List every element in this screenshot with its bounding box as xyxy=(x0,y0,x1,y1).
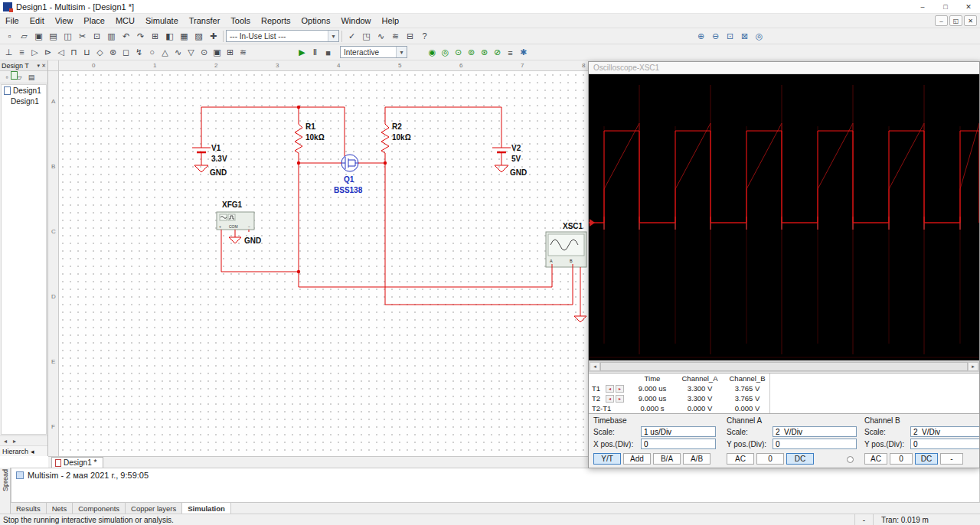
spreadsheet-side-tab[interactable]: Spread xyxy=(0,468,11,514)
hierarchy-tab[interactable]: Hierarch ◂ xyxy=(0,445,47,456)
menu-edit[interactable]: Edit xyxy=(24,16,50,25)
design-toolbox-toggle-button[interactable]: ◧ xyxy=(162,30,177,43)
scroll-left-icon[interactable]: ◂ xyxy=(590,362,600,371)
channel-b-dc-button[interactable]: DC xyxy=(915,453,938,465)
menu-place[interactable]: Place xyxy=(78,16,110,25)
mixed-components-button[interactable]: ⊛ xyxy=(106,46,119,59)
spreadsheet-toggle-button[interactable]: ▦ xyxy=(177,30,191,43)
source-components-button[interactable]: ⊥ xyxy=(2,46,15,59)
basic-components-button[interactable]: ≡ xyxy=(15,46,28,59)
radio-indicator[interactable] xyxy=(847,456,854,463)
misc-components-button[interactable]: ○ xyxy=(145,46,158,59)
redo-button[interactable]: ↷ xyxy=(133,30,148,43)
oscilloscope-scrollbar[interactable]: ◂ ▸ xyxy=(589,361,979,372)
print-button[interactable]: ▤ xyxy=(46,30,60,43)
probe-settings-button[interactable]: ⊘ xyxy=(491,46,504,59)
cursor-left-icon[interactable]: ◂ xyxy=(606,395,614,403)
timebase-a-b-button[interactable]: A/B xyxy=(683,453,710,465)
zoom-area-button[interactable]: ⊡ xyxy=(723,30,737,43)
timebase-add-button[interactable]: Add xyxy=(623,453,651,465)
open-button[interactable]: ▱ xyxy=(17,30,31,43)
menu-transfer[interactable]: Transfer xyxy=(184,16,226,25)
diode-components-button[interactable]: ▷ xyxy=(28,46,41,59)
simulation-settings-gear-button[interactable]: ✱ xyxy=(517,46,530,59)
transistor-components-button[interactable]: ⊳ xyxy=(41,46,54,59)
scrollbar-thumb[interactable] xyxy=(600,362,968,371)
toolbox-layers-icon[interactable]: ▤ xyxy=(26,72,37,82)
menu-tools[interactable]: Tools xyxy=(225,16,256,25)
oscilloscope-display[interactable] xyxy=(589,74,979,360)
mcu-components-button[interactable]: ▣ xyxy=(211,46,224,59)
tab-copper-layers[interactable]: Copper layers xyxy=(126,503,182,514)
cmos-components-button[interactable]: ⊔ xyxy=(80,46,93,59)
in-use-list-combo[interactable]: --- In-Use List --- ▾ xyxy=(226,30,339,42)
menu-file[interactable]: File xyxy=(0,16,24,25)
pause-simulation-button[interactable]: Ⅱ xyxy=(309,46,322,59)
channel-b-scale-input[interactable] xyxy=(910,426,980,437)
tree-item-design1-root[interactable]: Design1 xyxy=(2,85,46,96)
menu-help[interactable]: Help xyxy=(377,16,405,25)
channel-b---button[interactable]: - xyxy=(940,453,963,465)
measurement-probe-button[interactable]: ◉ xyxy=(426,46,439,59)
oscilloscope-title-bar[interactable]: Oscilloscope-XSC1 xyxy=(589,62,979,74)
cursor-left-icon[interactable]: ◂ xyxy=(606,385,614,393)
postprocessor-button[interactable]: ≋ xyxy=(388,30,403,43)
scroll-left-icon[interactable]: ◂ xyxy=(31,448,34,455)
hierarchical-block-button[interactable]: ⊞ xyxy=(224,46,237,59)
grapher-button[interactable]: ∿ xyxy=(374,30,388,43)
power-probe-button[interactable]: ⊚ xyxy=(465,46,478,59)
ruler-button[interactable]: ⊟ xyxy=(403,30,417,43)
channel-b-0-button[interactable]: 0 xyxy=(890,453,913,465)
cut-button[interactable]: ✂ xyxy=(75,30,90,43)
tab-simulation[interactable]: Simulation xyxy=(182,503,231,514)
menu-simulate[interactable]: Simulate xyxy=(140,16,184,25)
ttl-components-button[interactable]: ⊓ xyxy=(67,46,80,59)
database-button[interactable]: ▨ xyxy=(191,30,206,43)
cursor-right-icon[interactable]: ▸ xyxy=(616,395,624,403)
mdi-minimize-button[interactable]: – xyxy=(935,15,948,26)
bus-button[interactable]: ≋ xyxy=(237,46,250,59)
tree-item-design1-sheet[interactable]: Design1 xyxy=(2,96,46,106)
scroll-right-icon[interactable]: ▸ xyxy=(13,438,16,445)
capture-button[interactable]: ◳ xyxy=(359,30,374,43)
cursor-right-icon[interactable]: ▸ xyxy=(616,385,624,393)
channel-a-ac-button[interactable]: AC xyxy=(727,453,754,465)
erc-button[interactable]: ✓ xyxy=(345,30,359,43)
analyses-button[interactable]: ≡ xyxy=(504,46,517,59)
analog-components-button[interactable]: ◁ xyxy=(54,46,67,59)
tab-design1[interactable]: Design1 * xyxy=(51,457,103,468)
timebase-b-a-button[interactable]: B/A xyxy=(653,453,681,465)
scroll-right-icon[interactable]: ▸ xyxy=(968,362,978,371)
mdi-restore-button[interactable]: ◱ xyxy=(949,15,962,26)
channel-b-ypos-input[interactable] xyxy=(910,439,980,449)
zoom-fit-button[interactable]: ⊠ xyxy=(737,30,752,43)
channel-a-ypos-input[interactable] xyxy=(773,439,857,449)
design-toolbox-header[interactable]: Design T ▾ ✕ xyxy=(0,60,47,71)
tab-components[interactable]: Components xyxy=(73,503,126,514)
copy-button[interactable]: ⊡ xyxy=(90,30,104,43)
voltage-probe-button[interactable]: ◎ xyxy=(439,46,452,59)
pin-icon[interactable]: ▾ xyxy=(38,63,41,69)
stop-simulation-button[interactable]: ■ xyxy=(322,46,335,59)
close-icon[interactable]: ✕ xyxy=(41,63,46,69)
digital-probe-button[interactable]: ⊛ xyxy=(478,46,491,59)
timebase-scale-input[interactable] xyxy=(641,426,716,437)
paste-button[interactable]: ▥ xyxy=(104,30,119,43)
rf-components-button[interactable]: ∿ xyxy=(172,46,185,59)
menu-view[interactable]: View xyxy=(50,16,79,25)
run-simulation-button[interactable]: ▶ xyxy=(296,46,309,59)
undo-button[interactable]: ↶ xyxy=(119,30,133,43)
power-components-button[interactable]: ↯ xyxy=(132,46,145,59)
menu-reports[interactable]: Reports xyxy=(256,16,296,25)
new-button[interactable]: ▫ xyxy=(2,30,17,43)
advanced-peripherals-button[interactable]: △ xyxy=(158,46,172,59)
menu-mcu[interactable]: MCU xyxy=(110,16,140,25)
tab-nets[interactable]: Nets xyxy=(47,503,74,514)
print-preview-button[interactable]: ◫ xyxy=(60,30,75,43)
mdi-close-button[interactable]: ✕ xyxy=(964,15,977,26)
connector-components-button[interactable]: ⊙ xyxy=(198,46,211,59)
misc-digital-components-button[interactable]: ◇ xyxy=(93,46,106,59)
maximize-button[interactable]: □ xyxy=(934,0,957,13)
channel-b-ac-button[interactable]: AC xyxy=(864,453,887,465)
channel-a-dc-button[interactable]: DC xyxy=(786,453,814,465)
